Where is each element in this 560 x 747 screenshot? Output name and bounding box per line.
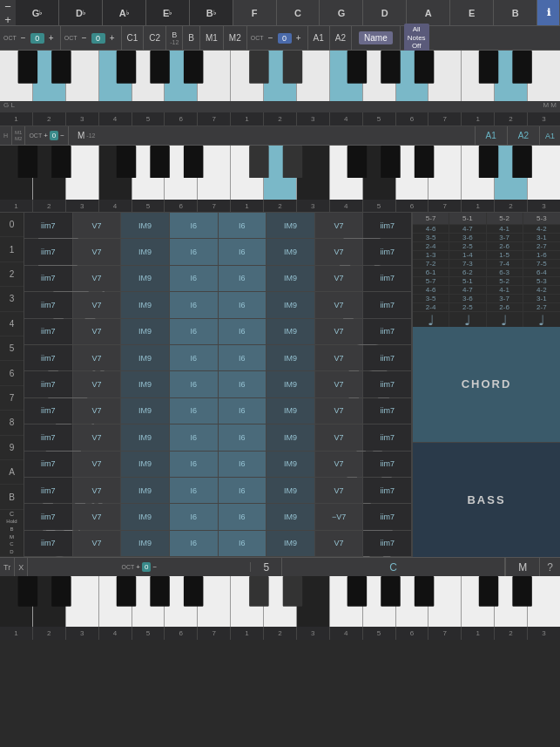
cell-2-5[interactable]: IM9: [267, 266, 315, 291]
white-key-17[interactable]: [528, 51, 560, 101]
b-wk-15[interactable]: [462, 576, 495, 627]
s-wk-8[interactable]: [231, 146, 264, 200]
white-key-16[interactable]: [495, 51, 528, 101]
s-oct-plus[interactable]: −: [60, 132, 64, 139]
cell-7-5[interactable]: IM9: [267, 398, 315, 424]
int-8-3[interactable]: 3-1: [523, 295, 560, 303]
s-wk-3[interactable]: [66, 146, 99, 200]
b-wk-16[interactable]: [495, 576, 528, 627]
cell-c-0[interactable]: iim7: [24, 531, 73, 556]
int-3-0[interactable]: 1-3: [413, 251, 449, 260]
cell-4-0[interactable]: iim7: [24, 319, 73, 344]
note-ab[interactable]: A♭: [103, 0, 146, 25]
int-2-1[interactable]: 2-5: [449, 242, 486, 251]
int-3-1[interactable]: 1-4: [449, 251, 486, 260]
cell-7-0[interactable]: iim7: [24, 398, 73, 424]
white-key-11[interactable]: [330, 51, 363, 101]
cell-5-1[interactable]: V7: [73, 345, 122, 370]
int-0-0[interactable]: 4-6: [413, 225, 449, 234]
int-4-1[interactable]: 7-3: [449, 260, 486, 268]
white-key-3[interactable]: [66, 51, 99, 101]
rhythm-0-0[interactable]: ♩: [413, 312, 449, 327]
cell-8-6[interactable]: V7: [315, 424, 364, 450]
int-2-0[interactable]: 2-4: [413, 242, 449, 251]
cell-a-1[interactable]: V7: [73, 478, 122, 503]
note-b[interactable]: B: [494, 0, 537, 25]
rhythm-0-3[interactable]: ♩: [523, 312, 560, 327]
int-2-3[interactable]: 2-7: [523, 242, 560, 251]
second-oct-ctrl[interactable]: H: [0, 126, 12, 145]
b-12-ctrl[interactable]: B -12: [166, 26, 183, 50]
cell-8-4[interactable]: I6: [219, 424, 267, 450]
int-7-0[interactable]: 4-6: [413, 286, 449, 295]
cell-5-3[interactable]: I6: [170, 345, 219, 370]
c2-ctrl[interactable]: C2: [144, 26, 166, 50]
cell-4-1[interactable]: V7: [73, 319, 122, 344]
note-f[interactable]: F: [233, 0, 277, 25]
cell-c-1[interactable]: V7: [73, 531, 122, 556]
int-9-2[interactable]: 2-6: [487, 303, 523, 312]
note-c[interactable]: C: [277, 0, 320, 25]
cell-8-0[interactable]: iim7: [24, 424, 73, 450]
s-wk-12[interactable]: [363, 146, 396, 200]
note-e[interactable]: E: [450, 0, 494, 25]
b-wk-11[interactable]: [330, 576, 363, 627]
cell-2-1[interactable]: V7: [73, 266, 122, 291]
white-key-6[interactable]: [165, 51, 198, 101]
cell-2-2[interactable]: IM9: [121, 266, 170, 291]
cell-7-6[interactable]: V7: [315, 398, 364, 424]
int-1-1[interactable]: 3-6: [449, 234, 486, 242]
s-wk-1[interactable]: [0, 146, 33, 200]
cell-1-2[interactable]: IM9: [121, 239, 170, 264]
s-wk-16[interactable]: [495, 146, 528, 200]
int-7-1[interactable]: 4-7: [449, 286, 486, 295]
cell-b-6[interactable]: −V7: [315, 504, 364, 529]
cell-8-1[interactable]: V7: [73, 424, 122, 450]
cell-6-5[interactable]: IM9: [267, 371, 315, 397]
s-wk-7[interactable]: [198, 146, 231, 200]
white-key-13[interactable]: [396, 51, 429, 101]
cell-6-2[interactable]: IM9: [121, 371, 170, 397]
note-gb[interactable]: G♭: [16, 0, 59, 25]
cell-0-4[interactable]: I6: [219, 213, 267, 238]
int-8-1[interactable]: 3-6: [449, 295, 486, 303]
cell-9-5[interactable]: IM9: [267, 452, 315, 477]
oct1-plus[interactable]: +: [46, 33, 57, 43]
second-oct-inner[interactable]: OCT + 0 −: [25, 126, 69, 145]
white-key-5[interactable]: [132, 51, 165, 101]
int-7-2[interactable]: 4-1: [487, 286, 523, 295]
white-key-1[interactable]: [0, 51, 33, 101]
white-key-15[interactable]: [462, 51, 495, 101]
b-wk-8[interactable]: [231, 576, 264, 627]
b-wk-14[interactable]: [428, 576, 462, 627]
cell-9-7[interactable]: iim7: [363, 452, 412, 477]
cell-b-1[interactable]: V7: [73, 504, 122, 529]
cell-1-3[interactable]: I6: [170, 239, 219, 264]
top-piano[interactable]: [0, 51, 560, 101]
cell-5-6[interactable]: V7: [315, 345, 364, 370]
int-0-1[interactable]: 4-7: [449, 225, 486, 234]
b-wk-2[interactable]: [33, 576, 66, 627]
all-notes-off-button[interactable]: AllNotesOff: [404, 24, 429, 52]
int-0-3[interactable]: 4-2: [523, 225, 560, 234]
int-5-1[interactable]: 6-2: [449, 268, 486, 277]
note-d[interactable]: D: [363, 0, 407, 25]
cell-3-6[interactable]: V7: [315, 292, 364, 317]
cell-9-2[interactable]: IM9: [121, 452, 170, 477]
cell-4-7[interactable]: iim7: [363, 319, 412, 344]
oct3-ctrl[interactable]: OCT − 0 +: [247, 26, 308, 50]
a1-ctrl[interactable]: A1: [308, 26, 330, 50]
int-5-2[interactable]: 6-3: [487, 268, 523, 277]
white-key-10[interactable]: [297, 51, 330, 101]
int-9-0[interactable]: 2-4: [413, 303, 449, 312]
b-wk-12[interactable]: [363, 576, 396, 627]
cell-7-7[interactable]: iim7: [363, 398, 412, 424]
cell-b-3[interactable]: I6: [170, 504, 219, 529]
cell-b-5[interactable]: IM9: [267, 504, 315, 529]
rhythm-0-2[interactable]: ♩: [487, 312, 523, 327]
c1-ctrl[interactable]: C1: [122, 26, 145, 50]
cell-8-2[interactable]: IM9: [121, 424, 170, 450]
int-6-1[interactable]: 5-1: [449, 277, 486, 286]
cell-c-2[interactable]: IM9: [121, 531, 170, 556]
cell-3-5[interactable]: IM9: [267, 292, 315, 317]
